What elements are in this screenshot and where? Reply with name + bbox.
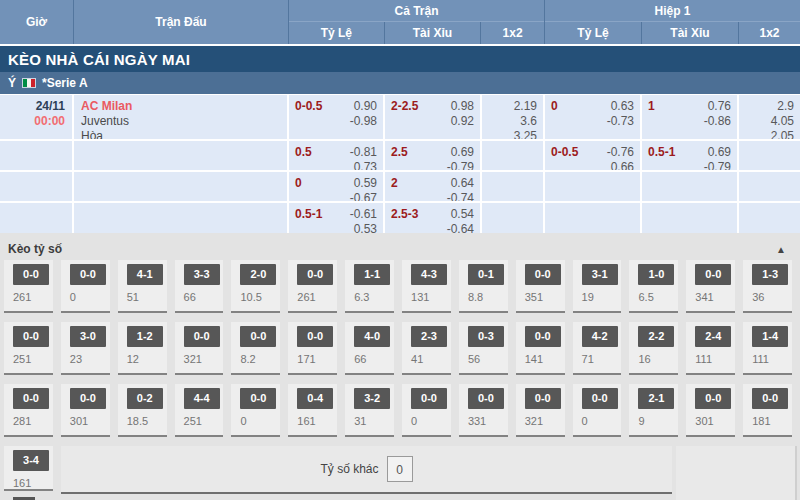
score-odds: 131 — [411, 291, 448, 303]
score-button[interactable]: 1-3 — [752, 264, 788, 285]
score-button[interactable]: 1-1 — [354, 264, 390, 285]
score-button[interactable]: 1-4 — [752, 326, 788, 347]
ft-1x2-odds[interactable]: 2.193.63.25 — [482, 95, 543, 139]
score-button[interactable]: 0-0 — [13, 326, 49, 347]
score-button[interactable]: 4-0 — [354, 326, 390, 347]
ft-overunder-odds[interactable]: 2 0.64-0.74 — [385, 172, 480, 201]
score-button[interactable]: 0-0 — [297, 326, 333, 347]
score-button[interactable]: 0-0 — [13, 388, 49, 409]
score-strip: 0-00 — [61, 260, 110, 313]
score-odds: 19 — [582, 291, 619, 303]
score-button[interactable]: 0-2 — [127, 388, 163, 409]
score-button[interactable]: 0-0 — [525, 388, 561, 409]
league-country: Ý — [8, 76, 16, 90]
score-button[interactable]: 2-0 — [240, 264, 276, 285]
odds-table-header: Giờ Trận Đấu Cả Trận Tỷ Lệ Tài Xỉu 1x2 H… — [0, 0, 800, 44]
score-button[interactable]: 0-0 — [297, 264, 333, 285]
score-odds: 51 — [127, 291, 164, 303]
score-strip: 4-3131 — [402, 260, 451, 313]
score-button[interactable]: 2-3 — [411, 326, 447, 347]
score-strip: 0-08.2 — [231, 322, 280, 375]
h1-1x2-odds[interactable]: 2.94.052.05 — [739, 95, 800, 139]
score-button[interactable]: 3-1 — [582, 264, 618, 285]
ft-overunder-odds[interactable]: 2-2.5 0.980.92 — [385, 95, 480, 139]
score-button[interactable]: 0-0 — [240, 388, 276, 409]
score-strip: 2-216 — [629, 322, 678, 375]
header-first-half: Hiệp 1 — [545, 1, 800, 22]
score-strip: 3-4 161 — [4, 446, 53, 491]
score-odds: 261 — [13, 291, 50, 303]
h1-overunder-odds[interactable]: 0.5-1 0.69-0.79 — [642, 141, 737, 170]
score-button[interactable]: 2-4 — [695, 326, 731, 347]
ft-handicap-odds[interactable]: 0-0.5 0.90-0.98 — [289, 95, 383, 139]
score-odds: 161 — [13, 477, 50, 489]
score-strip: 0-0331 — [459, 384, 508, 437]
score-button[interactable]: 0-0 — [13, 264, 49, 285]
score-button[interactable]: 0-0 — [468, 388, 504, 409]
other-score-box[interactable]: 0 — [387, 456, 413, 482]
score-button[interactable]: 0-1 — [468, 264, 504, 285]
score-button[interactable]: 0-3 — [468, 326, 504, 347]
score-odds: 0 — [70, 291, 107, 303]
score-odds: 31 — [354, 415, 391, 427]
score-odds: 0 — [411, 415, 448, 427]
home-team[interactable]: AC Milan — [81, 99, 287, 114]
score-button[interactable]: 3-3 — [184, 264, 220, 285]
score-button[interactable]: 4-3 — [411, 264, 447, 285]
away-team[interactable]: Juventus — [81, 114, 287, 129]
score-button[interactable]: 3-2 — [354, 388, 390, 409]
score-odds: 66 — [184, 291, 221, 303]
ft-handicap-odds[interactable]: 0.5 -0.810.73 — [289, 141, 383, 170]
chevron-up-icon[interactable]: ▲ — [776, 244, 786, 255]
score-button[interactable]: 0-0 — [525, 326, 561, 347]
score-button[interactable]: 3-4 — [13, 450, 49, 471]
score-button[interactable]: 1-2 — [127, 326, 163, 347]
score-button[interactable]: 0-4 — [297, 388, 333, 409]
league-name: *Serie A — [42, 76, 88, 90]
score-button[interactable]: 0-0 — [752, 388, 788, 409]
score-odds: 23 — [70, 353, 107, 365]
ft-handicap-odds[interactable]: 0.5-1 -0.610.53 — [289, 203, 383, 233]
draw-label: Hòa — [81, 129, 287, 139]
score-strip: 4-066 — [345, 322, 394, 375]
score-strip: 0-0261 — [288, 260, 337, 313]
score-button[interactable]: 2-2 — [638, 326, 674, 347]
empty-cell — [74, 172, 287, 201]
score-strip: 0-356 — [459, 322, 508, 375]
score-odds: 66 — [354, 353, 391, 365]
ft-overunder-odds[interactable]: 2.5 0.69-0.79 — [385, 141, 480, 170]
score-row: 0-02513-0231-2120-03210-08.20-01714-0662… — [0, 322, 800, 375]
header-half-handicap: Tỷ Lệ — [545, 22, 642, 44]
h1-handicap-odds[interactable]: 0-0.5 -0.760.66 — [545, 141, 640, 170]
ft-overunder-odds[interactable]: 2.5-3 0.54-0.64 — [385, 203, 480, 233]
score-button[interactable]: 0-0 — [695, 264, 731, 285]
score-button[interactable]: 0-0 — [695, 388, 731, 409]
empty-cell — [74, 141, 287, 170]
score-strip: 0-218.5 — [118, 384, 167, 437]
header-half-overunder: Tài Xỉu — [642, 22, 739, 44]
empty-cell — [482, 141, 543, 170]
score-button[interactable]: 1-0 — [638, 264, 674, 285]
score-button[interactable]: 0-0 — [411, 388, 447, 409]
score-button[interactable]: 0-0 — [240, 326, 276, 347]
match-teams-cell[interactable]: AC Milan Juventus Hòa — [74, 95, 287, 139]
league-row[interactable]: Ý *Serie A — [0, 72, 800, 94]
score-button[interactable]: 3-0 — [70, 326, 106, 347]
score-strip: 2-19 — [629, 384, 678, 437]
score-button[interactable]: 4-2 — [582, 326, 618, 347]
ft-handicap-odds[interactable]: 0 0.59-0.67 — [289, 172, 383, 201]
score-button[interactable]: 0-0 — [70, 388, 106, 409]
empty-cell — [0, 141, 72, 170]
score-button[interactable]: 2-1 — [638, 388, 674, 409]
score-button[interactable]: 0-0 — [70, 264, 106, 285]
h1-overunder-odds[interactable]: 1 0.76-0.86 — [642, 95, 737, 139]
score-button[interactable]: 0-0 — [582, 388, 618, 409]
score-button[interactable]: 4-1 — [127, 264, 163, 285]
score-odds: 261 — [297, 291, 334, 303]
score-strip: 3-231 — [345, 384, 394, 437]
empty-cell — [545, 172, 640, 201]
score-button[interactable]: 4-4 — [184, 388, 220, 409]
score-button[interactable]: 0-0 — [525, 264, 561, 285]
score-button[interactable]: 0-0 — [184, 326, 220, 347]
h1-handicap-odds[interactable]: 0 0.63-0.73 — [545, 95, 640, 139]
